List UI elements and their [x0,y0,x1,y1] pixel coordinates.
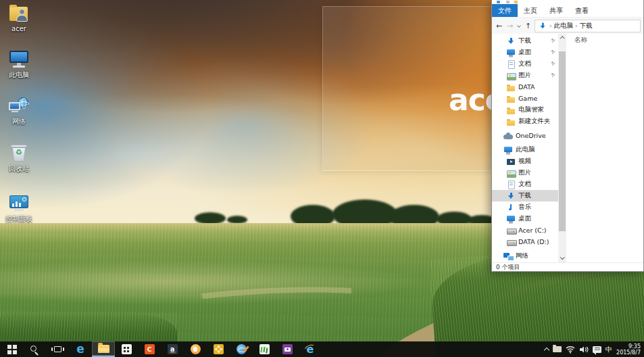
nav-item-downloads-selected[interactable]: 下载 [492,190,558,201]
desktop-icon-label: acer [0,25,38,32]
volume-icon[interactable] [579,346,589,354]
scrollbar-thumb[interactable] [559,51,566,231]
tab-home[interactable]: 主页 [518,4,543,17]
nav-item-music[interactable]: 音乐 [492,201,558,213]
folder-icon [506,117,516,126]
taskbar-edge[interactable]: e [69,341,92,357]
tab-share[interactable]: 共享 [543,4,569,17]
tab-file[interactable]: 文件 [492,4,518,17]
search-button[interactable] [23,341,46,357]
action-center-icon[interactable] [593,346,601,353]
show-hidden-icons-chevron[interactable] [544,348,549,353]
orange-round-app-icon [191,344,201,354]
column-header-name[interactable]: 名称 [574,36,587,45]
nav-item-pictures-pinned[interactable]: 图片 [492,70,558,81]
taskbar-gear-app[interactable] [207,341,230,357]
pin-icon [547,38,554,45]
start-button[interactable] [0,341,23,357]
documents-icon [506,60,516,69]
recycle-bin-icon: ♻ [8,143,30,164]
nav-item-desktop[interactable]: 桌面 [492,213,558,224]
nav-item-network[interactable]: 网络 [492,250,558,262]
globe-pen-app-icon [237,344,247,354]
nav-item-game-folder[interactable]: Game [492,93,558,104]
system-tray: 中 9:35 2015/8/7 [545,341,644,357]
taskbar-internet-explorer[interactable]: e [299,341,322,357]
breadcrumb-separator: › [575,22,578,29]
quick-access-toolbar-icon[interactable] [506,1,510,3]
music-icon [506,203,516,212]
acer-logo: acer [449,82,492,117]
pin-icon [547,49,554,56]
taskbar-amazon[interactable]: a [161,341,184,357]
up-button[interactable]: ↑ [524,22,532,30]
desktop-icon-this-pc[interactable]: 此电脑 [0,49,38,78]
nav-item-this-pc[interactable]: 此电脑 [492,144,558,156]
ime-indicator[interactable]: 中 [605,345,612,354]
recent-locations-dropdown[interactable] [516,22,522,30]
nav-item-pictures[interactable]: 图片 [492,167,558,178]
this-pc-icon [503,145,513,155]
desktop-icon-acer[interactable]: acer [0,3,38,32]
breadcrumb-this-pc[interactable]: 此电脑 [554,22,574,30]
nav-item-pc-manager-folder[interactable]: 电脑管家 [492,104,558,116]
wifi-icon[interactable] [566,346,575,354]
nav-item-new-folder[interactable]: 新建文件夹 [492,116,558,127]
forward-button[interactable]: → [505,22,514,30]
control-panel-icon [8,193,30,214]
nav-item-documents[interactable]: 文档 [492,178,558,190]
videos-icon [506,157,516,166]
acer-splash-overlay: acer [322,6,492,171]
nav-item-data-folder[interactable]: DATA [492,81,558,93]
plants-app-icon [259,344,270,354]
explorer-main: 下载 桌面 文档 图片 DATA Game 电脑管家 新建文件夹 OneDriv… [492,34,643,262]
reader-app-icon [122,344,132,354]
window-titlebar[interactable] [492,0,643,4]
desktop-icon-recycle-bin[interactable]: ♻ 回收站 [0,143,38,172]
taskbar-globe-pen-app[interactable] [230,341,253,357]
pin-icon [547,61,554,68]
nav-item-downloads-pinned[interactable]: 下载 [492,35,558,47]
purple-camera-app-icon [282,344,293,354]
downloads-icon [506,191,516,201]
desktop-screen: acer acer 此电脑 网络 ♻ 回收站 控制面板 [0,0,644,357]
address-toolbar: ← → ↑ › 此电脑 › 下载 [492,18,643,34]
taskbar: e C a e 中 9:35 [0,341,644,357]
gear-app-icon [214,344,224,354]
taskbar-plants-app[interactable] [253,341,276,357]
nav-item-acer-c-drive[interactable]: Acer (C:) [492,224,558,236]
file-list-area[interactable]: 名称 [566,34,643,262]
tray-folder-icon[interactable] [553,346,562,352]
folder-icon [506,82,516,92]
task-view-button[interactable] [46,341,69,357]
file-explorer-icon [98,345,109,353]
scrollbar-up-button[interactable] [558,34,566,42]
taskbar-reader-app[interactable] [115,341,138,357]
taskbar-orange-c-app[interactable]: C [138,341,161,357]
nav-item-desktop-pinned[interactable]: 桌面 [492,47,558,58]
nav-item-data-d-drive[interactable]: DATA (D:) [492,236,558,247]
desktop-icon-network[interactable]: 网络 [0,96,38,125]
downloads-location-icon [539,22,547,30]
window-folder-icon [514,1,518,3]
nav-item-onedrive[interactable]: OneDrive [492,130,558,141]
clock[interactable]: 9:35 2015/8/7 [616,343,641,356]
user-folder-icon [8,3,30,24]
quick-access-toolbar-icon[interactable] [497,1,500,3]
breadcrumb-downloads[interactable]: 下载 [580,22,593,30]
desktop-icon-label: 网络 [0,118,38,125]
taskbar-purple-camera-app[interactable] [276,341,299,357]
taskbar-file-explorer-active[interactable] [92,341,115,357]
desktop-icon-control-panel[interactable]: 控制面板 [0,193,38,222]
taskbar-orange-round-app[interactable] [184,341,207,357]
back-button[interactable]: ← [495,22,503,30]
nav-item-documents-pinned[interactable]: 文档 [492,58,558,70]
drive-icon [506,237,516,247]
edge-icon: e [76,343,84,355]
scrollbar-down-button[interactable] [558,254,566,262]
nav-scrollbar[interactable] [558,34,566,262]
ribbon-tab-strip: 文件 主页 共享 查看 [492,4,643,18]
nav-item-videos[interactable]: 视频 [492,156,558,167]
tab-view[interactable]: 查看 [569,4,595,17]
address-bar[interactable]: › 此电脑 › 下载 [535,20,641,32]
